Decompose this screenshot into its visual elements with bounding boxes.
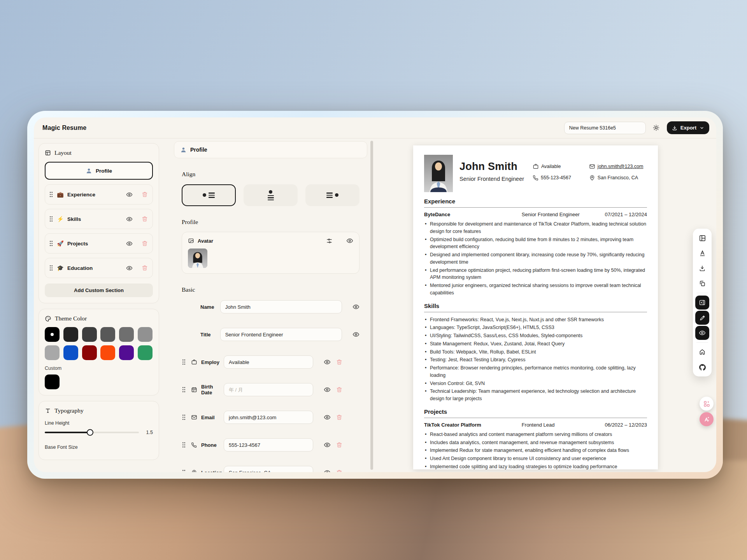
delete-icon[interactable] bbox=[336, 414, 342, 420]
theme-color-swatch[interactable] bbox=[119, 327, 134, 342]
visibility-toggle-icon[interactable] bbox=[324, 414, 331, 421]
field-label: Birth Date bbox=[201, 384, 224, 396]
editor-header: Profile bbox=[174, 141, 367, 158]
theme-color-swatch[interactable] bbox=[119, 345, 134, 360]
delete-icon[interactable] bbox=[142, 265, 148, 271]
sidebar-item-education[interactable]: 🎓 Education bbox=[45, 258, 153, 278]
line-height-slider[interactable] bbox=[45, 432, 139, 433]
github-button[interactable] bbox=[695, 360, 709, 374]
layout-panel-button[interactable] bbox=[695, 231, 709, 245]
sidebar-item-experience[interactable]: 💼 Experience bbox=[45, 184, 153, 205]
app-window: Magic Resume Export bbox=[34, 117, 716, 472]
visibility-toggle-icon[interactable] bbox=[126, 191, 133, 198]
field-input[interactable] bbox=[224, 355, 313, 369]
drag-handle-icon[interactable] bbox=[182, 387, 186, 393]
resume-name-input[interactable] bbox=[564, 122, 646, 134]
drag-handle-icon[interactable] bbox=[49, 240, 53, 247]
field-row-employ: Employ bbox=[182, 355, 359, 369]
drag-handle-icon[interactable] bbox=[49, 265, 53, 271]
field-input[interactable] bbox=[224, 438, 313, 452]
collapse-panel-button[interactable] bbox=[695, 296, 709, 310]
field-input[interactable] bbox=[220, 328, 342, 341]
visibility-toggle-icon[interactable] bbox=[352, 303, 359, 310]
sidebar-item-skills[interactable]: ⚡ Skills bbox=[45, 209, 153, 229]
avatar-thumbnail[interactable] bbox=[188, 248, 207, 268]
font-button[interactable] bbox=[695, 246, 709, 260]
align-center-button[interactable] bbox=[244, 184, 298, 206]
add-custom-section-button[interactable]: Add Custom Section bbox=[45, 284, 153, 297]
theme-color-swatch[interactable] bbox=[45, 345, 60, 360]
delete-icon[interactable] bbox=[142, 191, 148, 198]
resume-bullet-list: Responsible for development and maintena… bbox=[424, 220, 647, 297]
align-right-button[interactable] bbox=[305, 184, 359, 206]
visibility-toggle-icon[interactable] bbox=[324, 386, 331, 393]
theme-color-swatch[interactable] bbox=[100, 345, 115, 360]
theme-color-swatch[interactable] bbox=[63, 345, 78, 360]
delete-icon[interactable] bbox=[336, 469, 342, 472]
visibility-toggle-icon[interactable] bbox=[126, 240, 133, 247]
field-input[interactable] bbox=[224, 411, 313, 424]
briefcase-icon bbox=[533, 163, 539, 170]
copy-button[interactable] bbox=[695, 276, 709, 290]
topbar: Magic Resume Export bbox=[34, 117, 716, 138]
drag-handle-icon[interactable] bbox=[49, 191, 53, 198]
drag-handle-icon[interactable] bbox=[49, 216, 53, 222]
align-right-icon bbox=[326, 192, 338, 198]
typography-icon bbox=[45, 408, 51, 414]
drag-handle-icon[interactable] bbox=[182, 469, 186, 472]
ai-translate-fab[interactable] bbox=[700, 412, 714, 426]
resume-bullet: Optimized build configuration, reducing … bbox=[424, 236, 647, 251]
palette-icon bbox=[45, 315, 51, 322]
avatar-label: Avatar bbox=[198, 238, 213, 244]
visibility-toggle-icon[interactable] bbox=[324, 441, 331, 448]
sliders-icon[interactable] bbox=[326, 238, 333, 244]
resume-bullet: Responsible for development and maintena… bbox=[424, 220, 647, 235]
delete-icon[interactable] bbox=[336, 387, 342, 393]
theme-color-swatch[interactable] bbox=[45, 327, 60, 342]
align-center-icon bbox=[268, 190, 274, 200]
theme-color-swatch[interactable] bbox=[82, 345, 97, 360]
custom-color-swatch[interactable] bbox=[45, 374, 60, 389]
visibility-toggle-icon[interactable] bbox=[126, 265, 133, 271]
theme-color-swatch[interactable] bbox=[138, 327, 153, 342]
drag-handle-icon[interactable] bbox=[182, 359, 186, 365]
sidebar-item-profile[interactable]: Profile bbox=[45, 162, 153, 180]
visibility-toggle-icon[interactable] bbox=[352, 331, 359, 338]
slider-knob[interactable] bbox=[87, 429, 93, 436]
theme-toggle-button[interactable] bbox=[650, 121, 663, 135]
grid-sparkle-fab[interactable] bbox=[700, 397, 714, 411]
align-left-button[interactable] bbox=[182, 184, 236, 206]
field-input[interactable] bbox=[224, 466, 313, 472]
field-label: Name bbox=[200, 304, 220, 310]
visibility-toggle-icon[interactable] bbox=[324, 359, 331, 366]
basic-fields: Name Title Employ Bi bbox=[182, 300, 359, 472]
preview-button[interactable] bbox=[695, 326, 709, 340]
font-a-icon bbox=[699, 250, 706, 257]
field-input[interactable] bbox=[220, 300, 342, 313]
editor-scrollbar[interactable] bbox=[370, 141, 373, 470]
eye-icon[interactable] bbox=[346, 237, 353, 244]
drag-handle-icon[interactable] bbox=[182, 414, 186, 420]
theme-color-title: Theme Color bbox=[55, 315, 87, 322]
delete-icon[interactable] bbox=[142, 216, 148, 222]
download-button[interactable] bbox=[695, 261, 709, 275]
visibility-toggle-icon[interactable] bbox=[126, 216, 133, 222]
drag-handle-icon[interactable] bbox=[182, 442, 186, 448]
theme-color-swatch[interactable] bbox=[100, 327, 115, 342]
delete-icon[interactable] bbox=[336, 442, 342, 448]
edit-button[interactable] bbox=[695, 311, 709, 325]
theme-color-swatch[interactable] bbox=[82, 327, 97, 342]
export-button[interactable]: Export bbox=[667, 121, 709, 134]
home-button[interactable] bbox=[695, 345, 709, 359]
sidebar-items: 💼 Experience ⚡ Skills 🚀 Projects bbox=[45, 184, 153, 278]
layout-panel: Layout Profile 💼 Experience bbox=[39, 143, 159, 303]
theme-color-swatch[interactable] bbox=[138, 345, 153, 360]
sidebar-item-projects[interactable]: 🚀 Projects bbox=[45, 233, 153, 254]
window-frame: Magic Resume Export bbox=[27, 111, 723, 479]
visibility-toggle-icon[interactable] bbox=[324, 469, 331, 472]
delete-icon[interactable] bbox=[142, 240, 148, 247]
resume-title: Senior Frontend Engineer bbox=[459, 176, 533, 182]
delete-icon[interactable] bbox=[336, 359, 342, 365]
field-input[interactable] bbox=[224, 383, 313, 396]
theme-color-swatch[interactable] bbox=[63, 327, 78, 342]
